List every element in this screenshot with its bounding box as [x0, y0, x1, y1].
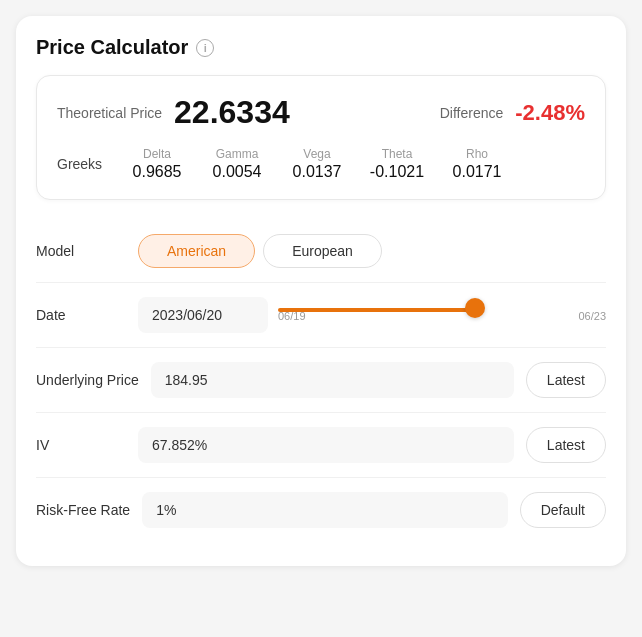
- date-row-inner: 2023/06/20 06/19 06/23: [138, 297, 606, 333]
- date-slider-wrap: 06/19 06/23: [278, 308, 606, 322]
- diff-label: Difference: [440, 105, 504, 121]
- date-slider-thumb[interactable]: [465, 298, 485, 318]
- greek-theta-name: Theta: [382, 147, 413, 161]
- underlying-price-row: Underlying Price Latest: [36, 348, 606, 413]
- underlying-latest-button[interactable]: Latest: [526, 362, 606, 398]
- form-section: Model American European Date 2023/06/20 …: [36, 220, 606, 542]
- greek-delta: Delta 0.9685: [117, 147, 197, 181]
- greek-theta: Theta -0.1021: [357, 147, 437, 181]
- title-text: Price Calculator: [36, 36, 188, 59]
- underlying-input[interactable]: [151, 362, 514, 398]
- greek-gamma-value: 0.0054: [213, 163, 262, 181]
- greek-gamma: Gamma 0.0054: [197, 147, 277, 181]
- summary-card: Theoretical Price 22.6334 Difference -2.…: [36, 75, 606, 200]
- greek-delta-name: Delta: [143, 147, 171, 161]
- rate-row: Risk-Free Rate Default: [36, 478, 606, 542]
- date-slider-fill: [278, 308, 475, 312]
- page-title: Price Calculator i: [36, 36, 606, 59]
- model-row: Model American European: [36, 220, 606, 283]
- info-icon[interactable]: i: [196, 39, 214, 57]
- greeks-label: Greeks: [57, 156, 117, 172]
- iv-latest-button[interactable]: Latest: [526, 427, 606, 463]
- model-european-button[interactable]: European: [263, 234, 382, 268]
- greek-rho: Rho 0.0171: [437, 147, 517, 181]
- theoretical-price-row: Theoretical Price 22.6334 Difference -2.…: [57, 94, 585, 131]
- model-american-button[interactable]: American: [138, 234, 255, 268]
- theo-label: Theoretical Price: [57, 105, 162, 121]
- rate-label: Risk-Free Rate: [36, 502, 130, 518]
- greek-rho-name: Rho: [466, 147, 488, 161]
- date-label: Date: [36, 307, 126, 323]
- greek-vega-value: 0.0137: [293, 163, 342, 181]
- model-group: American European: [138, 234, 606, 268]
- greek-gamma-name: Gamma: [216, 147, 259, 161]
- rate-default-button[interactable]: Default: [520, 492, 606, 528]
- greek-vega-name: Vega: [303, 147, 330, 161]
- greek-rho-value: 0.0171: [453, 163, 502, 181]
- theo-value: 22.6334: [174, 94, 290, 131]
- greek-delta-value: 0.9685: [133, 163, 182, 181]
- model-label: Model: [36, 243, 126, 259]
- iv-label: IV: [36, 437, 126, 453]
- iv-input[interactable]: [138, 427, 514, 463]
- rate-input[interactable]: [142, 492, 508, 528]
- slider-end-label: 06/23: [578, 310, 606, 322]
- underlying-label: Underlying Price: [36, 372, 139, 388]
- greek-vega: Vega 0.0137: [277, 147, 357, 181]
- greeks-row: Greeks Delta 0.9685 Gamma 0.0054 Vega 0.…: [57, 147, 585, 181]
- price-calculator-container: Price Calculator i Theoretical Price 22.…: [16, 16, 626, 566]
- date-row: Date 2023/06/20 06/19 06/23: [36, 283, 606, 348]
- date-input[interactable]: 2023/06/20: [138, 297, 268, 333]
- iv-row: IV Latest: [36, 413, 606, 478]
- greek-theta-value: -0.1021: [370, 163, 424, 181]
- diff-value: -2.48%: [515, 100, 585, 126]
